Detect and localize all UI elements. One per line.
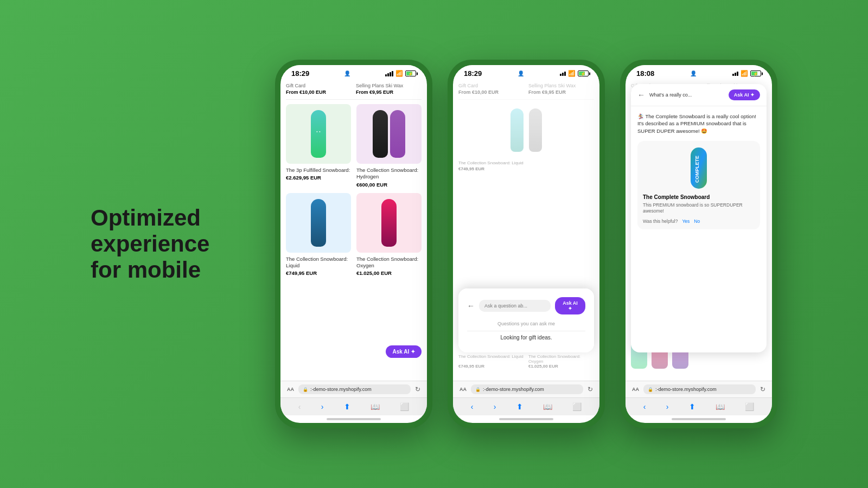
modal-search-input[interactable]	[479, 300, 551, 312]
chat-product-name: The Complete Snowboard	[643, 194, 755, 200]
modal-input-row: ← Ask AI ✦	[467, 297, 585, 314]
battery-icon-3: ⚡	[750, 70, 761, 76]
chat-body: 🏂 The Complete Snowboard is a really coo…	[631, 106, 767, 352]
p2-prod1-price: €749,95 EUR	[458, 166, 594, 171]
p2-bot-prod2-price: €1.025,00 EUR	[528, 364, 594, 369]
ask-ai-button-1[interactable]: Ask AI ✦	[386, 345, 422, 358]
phone3-refresh[interactable]: ↻	[760, 386, 765, 393]
phone2-home-indicator	[453, 415, 599, 423]
phone1-nav-share[interactable]: ⬆	[344, 402, 350, 411]
phone1-url-bar[interactable]: 🔒 :-demo-store.myshopify.com	[298, 384, 411, 394]
home-bar-1	[327, 418, 381, 420]
product-card-4[interactable]: The Collection Snowboard: Oxygen €1.025,…	[356, 193, 422, 277]
modal-back-btn[interactable]: ←	[467, 301, 475, 310]
phone3-time: 18:08	[636, 69, 654, 78]
phone3-nav-bookmarks[interactable]: 📖	[716, 402, 725, 411]
chat-back-btn[interactable]: ←	[637, 91, 645, 99]
phone2-nav-tabs[interactable]: ⬜	[572, 402, 582, 411]
lock-icon-2: 🔒	[475, 387, 481, 392]
heading: Optimized experience for mobile	[91, 205, 242, 284]
phone3-nav-forward[interactable]: ›	[666, 402, 669, 411]
phone2-nav-bookmarks[interactable]: 📖	[543, 402, 552, 411]
ai-chat-panel: ← What's a really co... Ask AI ✦ 🏂 The C…	[631, 84, 767, 352]
snowboard-black	[373, 110, 388, 158]
chat-header: ← What's a really co... Ask AI ✦	[631, 84, 767, 106]
phone3-url-bar[interactable]: 🔒 :-demo-store.myshopify.com	[643, 384, 756, 394]
svg-text:COMPLETE: COMPLETE	[694, 156, 700, 183]
signal-bars	[385, 71, 393, 76]
phone2-time: 18:29	[464, 69, 482, 78]
product-name-1: The 3p Fulfilled Snowboard:	[286, 167, 351, 174]
selling-plans-price: From €9,95 EUR	[356, 89, 422, 95]
modal-questions-section: Questions you can ask me Looking for gif…	[467, 321, 585, 344]
phone1-scroll[interactable]: Gift Card From €10,00 EUR Selling Plans …	[280, 80, 427, 381]
phone2-nav-forward[interactable]: ›	[494, 402, 496, 411]
p2-bot-prod1-price: €749,95 EUR	[458, 364, 524, 369]
bar3	[390, 72, 391, 76]
helpful-no-btn[interactable]: No	[694, 219, 700, 224]
phone2-nav-share[interactable]: ⬆	[516, 402, 523, 411]
phone1-nav-bookmarks[interactable]: 📖	[371, 402, 380, 411]
modal-questions-label: Questions you can ask me	[467, 321, 585, 326]
phone1-nav-tabs[interactable]: ⬜	[400, 402, 409, 411]
phone2-aa[interactable]: AA	[459, 387, 467, 392]
signal-bars-3	[732, 72, 738, 76]
snowboard-blue	[311, 199, 326, 247]
product-card-3[interactable]: The Collection Snowboard: Liquid €749,95…	[286, 193, 351, 277]
left-text-block: Optimized experience for mobile	[91, 205, 242, 284]
product-card-2[interactable]: The Collection Snowboard: Hydrogen €600,…	[356, 104, 422, 188]
product-image-1	[286, 104, 351, 164]
phone3-nav-share[interactable]: ⬆	[689, 402, 695, 411]
gift-card-item: Gift Card From €10,00 EUR	[286, 83, 352, 95]
phone-1: 18:29 👤 📶 ⚡	[275, 60, 432, 428]
phone1-nav-forward[interactable]: ›	[321, 402, 324, 411]
home-bar-2	[499, 418, 553, 420]
product-price-1: €2.629,95 EUR	[286, 175, 351, 181]
heading-line1: Optimized	[91, 205, 201, 230]
phone3-url-text: :-demo-store.myshopify.com	[655, 387, 717, 392]
phone2-status-icons: 📶 ⚡	[560, 70, 589, 77]
battery-lightning-3: ⚡	[753, 71, 758, 76]
chat-product-image: COMPLETE	[682, 146, 715, 190]
phone3-status-bar: 18:08 👤 📶 ⚡	[626, 65, 772, 80]
wifi-icon: 📶	[395, 70, 403, 77]
bar3-3	[737, 72, 738, 76]
p2-gift-name: Gift Card	[458, 83, 524, 88]
chat-ask-btn[interactable]: Ask AI ✦	[729, 89, 760, 100]
chat-product-card[interactable]: COMPLETE The Complete Snowboard This PRE…	[637, 141, 760, 229]
product-card-1[interactable]: The 3p Fulfilled Snowboard: €2.629,95 EU…	[286, 104, 351, 188]
product-name-3: The Collection Snowboard: Liquid	[286, 256, 351, 269]
phone2-refresh[interactable]: ↻	[588, 386, 593, 393]
phone1-refresh[interactable]: ↻	[415, 386, 420, 393]
phone2-url-bar[interactable]: 🔒 :-demo-store.myshopify.com	[471, 384, 583, 394]
p2-prod1-name: The Collection Snowboard: Liquid	[458, 160, 594, 165]
phone3-nav-back[interactable]: ‹	[643, 402, 646, 411]
phone-3: 18:08 👤 📶 ⚡	[620, 60, 777, 428]
phone1-nav-back[interactable]: ‹	[298, 402, 301, 411]
phone2-status-bar: 18:29 👤 📶 ⚡	[453, 65, 599, 80]
helpful-yes-btn[interactable]: Yes	[682, 219, 690, 224]
phone1-browser-bar: AA 🔒 :-demo-store.myshopify.com ↻	[280, 381, 427, 397]
phone1-aa[interactable]: AA	[287, 387, 294, 392]
ask-ai-modal: ← Ask AI ✦ Questions you can ask me Look…	[458, 288, 594, 352]
chat-input-display: What's a really co...	[649, 92, 724, 98]
modal-question-item[interactable]: Looking for gift ideas.	[467, 331, 585, 344]
signal-bars-2	[560, 72, 566, 76]
product-image-2	[356, 104, 422, 164]
phone-2: 18:29 👤 📶 ⚡	[448, 60, 605, 428]
p2-selling-price: From €9,95 EUR	[528, 89, 594, 95]
snowboard-pink	[381, 199, 397, 247]
wifi-icon-3: 📶	[741, 70, 748, 77]
bar1-2	[560, 74, 561, 76]
main-container: Optimized experience for mobile 18:29 👤	[0, 0, 868, 488]
modal-ask-btn[interactable]: Ask AI ✦	[555, 297, 585, 314]
phone2-nav-back[interactable]: ‹	[471, 402, 474, 411]
phone2-url-text: :-demo-store.myshopify.com	[483, 387, 544, 392]
phone1-nav-bar: ‹ › ⬆ 📖 ⬜	[280, 397, 427, 415]
phone1-status-icons: 📶 ⚡	[385, 70, 416, 77]
phone2-person-icon: 👤	[518, 70, 524, 76]
phone3-nav-tabs[interactable]: ⬜	[745, 402, 754, 411]
phone3-aa[interactable]: AA	[632, 387, 639, 392]
lock-icon-3: 🔒	[648, 387, 653, 392]
bar2-3	[735, 73, 736, 76]
